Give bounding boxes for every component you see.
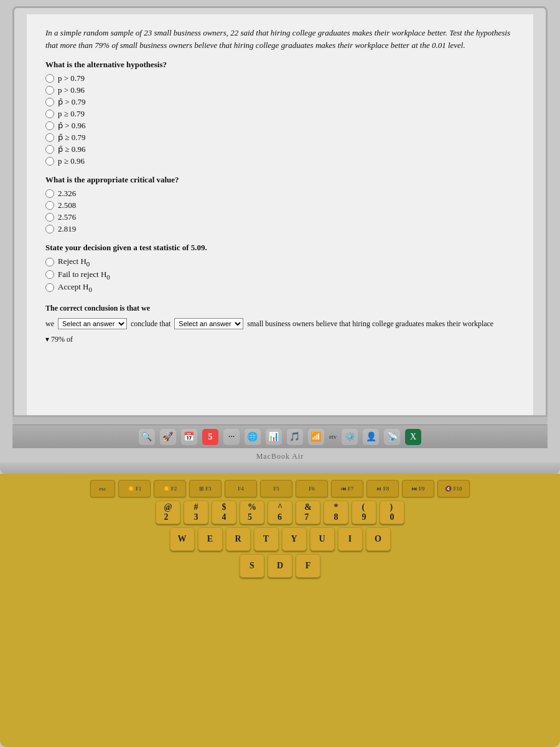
number-row: @2 #3 $4 %5 ^6 &7 *8 (9 )0 xyxy=(12,500,548,524)
alternative-hypothesis-options: p > 0.79 p > 0.96 p̂ > 0.79 p ≥ 0.79 p̂ … xyxy=(45,73,515,166)
key-d[interactable]: D xyxy=(268,554,292,578)
option-p-gt-096[interactable]: p > 0.96 xyxy=(45,85,515,95)
key-star-8[interactable]: *8 xyxy=(324,500,348,524)
section-critical-value: What is the appropriate critical value? … xyxy=(45,175,515,234)
key-amp-7[interactable]: &7 xyxy=(296,500,320,524)
key-i[interactable]: I xyxy=(338,527,363,551)
taskbar-icon-chart[interactable]: 📊 xyxy=(266,429,282,445)
key-esc[interactable]: esc xyxy=(90,480,115,497)
section3-label: State your decision given a test statist… xyxy=(45,243,515,253)
option-2819[interactable]: 2.819 xyxy=(45,224,515,234)
conclusion-intro-label: The correct conclusion is that we xyxy=(45,302,515,316)
key-f2[interactable]: ☀️ F2 xyxy=(154,480,186,497)
qwerty-row: W E R T Y U I O xyxy=(12,527,548,551)
option-p-gte-079[interactable]: p ≥ 0.79 xyxy=(45,109,515,119)
option-p-gte-096[interactable]: p ≥ 0.96 xyxy=(45,156,515,166)
option-phat-gte-096[interactable]: p̂ ≥ 0.96 xyxy=(45,144,515,154)
key-f9[interactable]: ⏭ F9 xyxy=(402,480,434,497)
option-2576[interactable]: 2.576 xyxy=(45,212,515,222)
taskbar-icon-excel[interactable]: X xyxy=(405,429,421,445)
key-f1[interactable]: ☀️ F1 xyxy=(118,480,151,497)
taskbar-icon-number5[interactable]: 5 xyxy=(202,429,218,445)
conclude-that-text: conclude that xyxy=(131,317,170,331)
key-dollar-4[interactable]: $4 xyxy=(212,500,236,524)
key-f8[interactable]: ⏯ F8 xyxy=(366,480,399,497)
key-u[interactable]: U xyxy=(310,527,335,551)
fn-key-row: esc ☀️ F1 ☀️ F2 ⊞ F3 F4 F5 F6 ⏮ F7 ⏯ F8 … xyxy=(12,480,548,497)
keyboard-area: esc ☀️ F1 ☀️ F2 ⊞ F3 F4 F5 F6 ⏮ F7 ⏯ F8 … xyxy=(0,474,560,747)
select-an-answer-1[interactable]: Select an answer reject fail to reject xyxy=(58,318,127,329)
key-f[interactable]: F xyxy=(296,554,320,578)
taskbar: 🔍 🚀 📅 5 ··· 🌐 📊 🎵 📶 etv ⚙️ 👤 📡 X xyxy=(12,425,548,448)
conclusion-dropdown2[interactable]: Select an answer more than 79% exactly 7… xyxy=(174,317,243,331)
key-at-2[interactable]: @2 xyxy=(156,500,180,524)
section2-label: What is the appropriate critical value? xyxy=(45,175,515,185)
key-f4[interactable]: F4 xyxy=(225,480,257,497)
decision-options: Reject H0 Fail to reject H0 Accept H0 xyxy=(45,256,515,293)
key-lparen-9[interactable]: (9 xyxy=(352,500,376,524)
option-phat-gt-079[interactable]: p̂ > 0.79 xyxy=(45,97,515,107)
option-phat-gte-079[interactable]: p̂ ≥ 0.79 xyxy=(45,133,515,143)
key-y[interactable]: Y xyxy=(282,527,307,551)
conclusion-we-text: we xyxy=(45,317,54,331)
taskbar-icon-airdrop[interactable]: 📡 xyxy=(384,429,400,445)
option-phat-gt-096[interactable]: p̂ > 0.96 xyxy=(45,121,515,131)
taskbar-icon-settings[interactable]: ⚙️ xyxy=(342,429,358,445)
section-decision: State your decision given a test statist… xyxy=(45,243,515,293)
key-hash-3[interactable]: #3 xyxy=(184,500,208,524)
section-alternative-hypothesis: What is the alternative hypothesis? p > … xyxy=(45,60,515,166)
key-rparen-0[interactable]: )0 xyxy=(380,500,404,524)
taskbar-icon-launchpad[interactable]: 🚀 xyxy=(160,429,176,445)
key-f10[interactable]: 🔇 F10 xyxy=(437,480,470,497)
screen-bottom-bezel xyxy=(12,417,548,425)
option-2508[interactable]: 2.508 xyxy=(45,200,515,210)
key-e[interactable]: E xyxy=(198,527,223,551)
option-p-gt-079[interactable]: p > 0.79 xyxy=(45,73,515,83)
key-f5[interactable]: F5 xyxy=(260,480,292,497)
taskbar-icon-calendar[interactable]: 📅 xyxy=(181,429,197,445)
conclusion-end-text: small business owners believe that hirin… xyxy=(247,317,493,331)
select-an-answer-2[interactable]: Select an answer more than 79% exactly 7… xyxy=(174,318,243,329)
conclusion-percent-text: ▾ 79% of xyxy=(45,333,73,347)
option-reject-h0[interactable]: Reject H0 xyxy=(45,256,515,268)
key-f7[interactable]: ⏮ F7 xyxy=(331,480,363,497)
conclusion-dropdown1[interactable]: Select an answer reject fail to reject xyxy=(58,317,127,331)
option-2326[interactable]: 2.326 xyxy=(45,189,515,199)
key-t[interactable]: T xyxy=(254,527,279,551)
taskbar-icon-finder[interactable]: 🔍 xyxy=(139,429,155,445)
section1-label: What is the alternative hypothesis? xyxy=(45,60,515,70)
conclusion-area: The correct conclusion is that we we Sel… xyxy=(45,302,515,347)
key-percent-5[interactable]: %5 xyxy=(240,500,264,524)
key-f3[interactable]: ⊞ F3 xyxy=(189,480,222,497)
key-w[interactable]: W xyxy=(170,527,195,551)
laptop-base xyxy=(0,463,560,474)
option-fail-reject-h0[interactable]: Fail to reject H0 xyxy=(45,270,515,281)
taskbar-icon-music[interactable]: 🎵 xyxy=(287,429,303,445)
taskbar-icon-user[interactable]: 👤 xyxy=(363,429,379,445)
key-o[interactable]: O xyxy=(366,527,391,551)
taskbar-icon-wifi[interactable]: 📶 xyxy=(308,429,324,445)
critical-value-options: 2.326 2.508 2.576 2.819 xyxy=(45,189,515,234)
taskbar-etv-label: etv xyxy=(329,433,337,440)
question-text: In a simple random sample of 23 small bu… xyxy=(45,27,515,51)
taskbar-icon-chrome[interactable]: 🌐 xyxy=(245,429,261,445)
taskbar-icon-dots[interactable]: ··· xyxy=(223,429,240,445)
key-s[interactable]: S xyxy=(240,554,264,578)
macbook-label: MacBook Air xyxy=(12,448,548,463)
asdf-row: S D F xyxy=(12,554,548,578)
key-f6[interactable]: F6 xyxy=(296,480,328,497)
option-accept-h0[interactable]: Accept H0 xyxy=(45,282,515,293)
key-r[interactable]: R xyxy=(226,527,251,551)
key-caret-6[interactable]: ^6 xyxy=(268,500,292,524)
